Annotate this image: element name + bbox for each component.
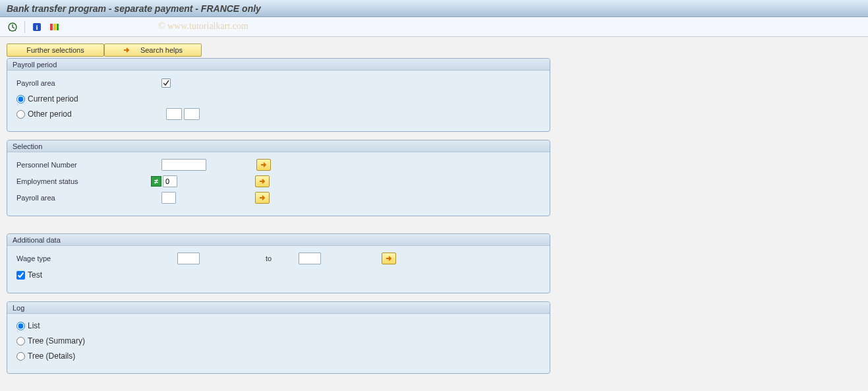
payroll-period-group: Payroll period Payroll area Current peri… xyxy=(7,58,550,132)
wage-type-from-input[interactable] xyxy=(177,253,200,264)
test-label: Test xyxy=(28,270,42,280)
additional-data-title: Additional data xyxy=(7,234,550,246)
employment-status-input[interactable] xyxy=(163,175,177,187)
selection-payroll-area-label: Payroll area xyxy=(14,194,161,202)
further-selections-button[interactable]: Further selections xyxy=(7,44,104,57)
other-period-input-1[interactable] xyxy=(166,108,182,120)
current-period-label: Current period xyxy=(28,94,78,104)
selection-title: Selection xyxy=(7,140,550,152)
svg-text:i: i xyxy=(36,23,38,31)
action-button-row: Further selections Search helps xyxy=(7,44,861,57)
personnel-number-multiselect-button[interactable] xyxy=(256,159,271,171)
other-period-input-2[interactable] xyxy=(184,108,200,120)
content-area: Further selections Search helps Payroll … xyxy=(0,37,868,388)
other-period-radio[interactable] xyxy=(16,110,25,119)
log-group: Log List Tree (Summary) Tree (Details) xyxy=(7,301,550,374)
info-icon[interactable]: i xyxy=(30,20,44,34)
personnel-number-input[interactable] xyxy=(161,159,206,171)
svg-rect-5 xyxy=(57,24,59,30)
wage-type-to-input[interactable] xyxy=(299,253,321,264)
selection-payroll-area-input[interactable] xyxy=(161,192,176,204)
page-title: Bank transfer program - separate payment… xyxy=(7,3,261,14)
current-period-radio[interactable] xyxy=(16,95,25,104)
log-tree-summary-label: Tree (Summary) xyxy=(28,336,85,346)
not-equal-icon[interactable]: ≠ xyxy=(151,176,161,187)
log-list-radio[interactable] xyxy=(16,322,25,330)
other-period-label: Other period xyxy=(28,109,163,119)
log-tree-details-radio[interactable] xyxy=(16,352,25,361)
search-helps-button[interactable]: Search helps xyxy=(104,44,202,57)
log-tree-summary-radio[interactable] xyxy=(16,337,25,346)
watermark: © www.tutorialkart.com xyxy=(158,21,248,32)
log-list-label: List xyxy=(28,321,40,330)
arrow-right-icon xyxy=(123,47,130,53)
employment-status-label: Employment status xyxy=(14,177,151,185)
additional-data-group: Additional data Wage type to Test xyxy=(7,233,550,293)
log-tree-details-label: Tree (Details) xyxy=(28,351,75,361)
svg-rect-3 xyxy=(50,24,53,30)
wage-type-label: Wage type xyxy=(14,255,177,262)
log-title: Log xyxy=(7,302,550,314)
title-bar: Bank transfer program - separate payment… xyxy=(0,0,868,17)
toolbar-separator xyxy=(24,21,25,33)
wage-type-to-label: to xyxy=(266,255,299,262)
selection-group: Selection Personnel Number Employment st… xyxy=(7,140,550,216)
payroll-area-checkbox[interactable] xyxy=(161,78,171,88)
svg-rect-4 xyxy=(53,24,56,30)
personnel-number-label: Personnel Number xyxy=(14,161,161,169)
employment-status-multiselect-button[interactable] xyxy=(255,175,270,187)
status-icon[interactable] xyxy=(47,20,61,34)
payroll-period-title: Payroll period xyxy=(7,59,550,71)
further-selections-label: Further selections xyxy=(26,46,84,54)
execute-icon[interactable] xyxy=(5,20,20,34)
payroll-area-multiselect-button[interactable] xyxy=(255,192,270,204)
search-helps-label: Search helps xyxy=(140,46,183,54)
payroll-area-label: Payroll area xyxy=(14,79,161,87)
toolbar: i © www.tutorialkart.com xyxy=(0,17,868,37)
wage-type-multiselect-button[interactable] xyxy=(382,253,396,264)
test-checkbox[interactable] xyxy=(16,271,25,280)
